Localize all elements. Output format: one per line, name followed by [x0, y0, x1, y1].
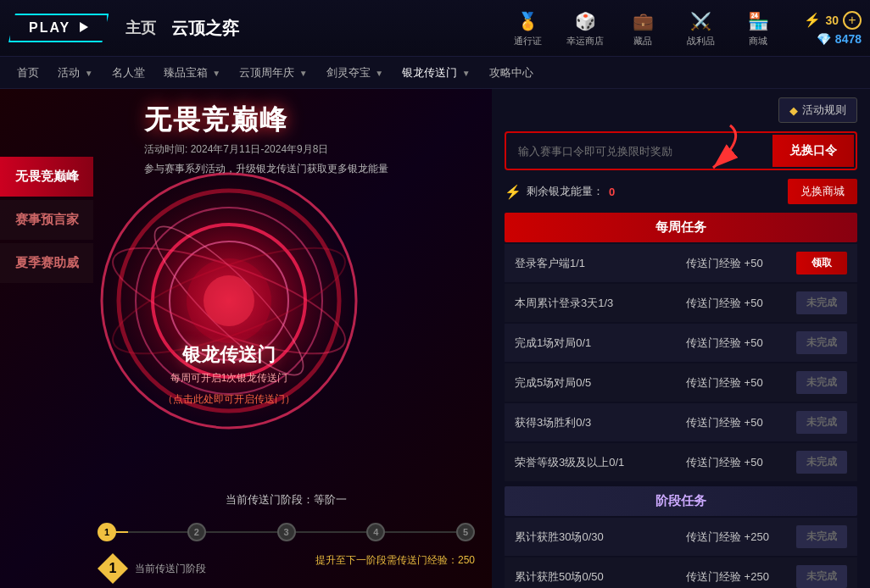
collection-label: 藏品 [633, 35, 652, 47]
portal-subtitle: 每周可开启1次银龙传送门 [163, 371, 295, 386]
lucky-shop-label: 幸运商店 [566, 35, 604, 47]
passport-icon: 🏅 [515, 9, 540, 33]
task-reward: 传送门经验 +50 [686, 415, 788, 430]
sec-nav-anniversary[interactable]: 云顶周年庆 ▼ [239, 65, 308, 80]
progress-dot-2[interactable]: 2 [187, 523, 206, 541]
subtitle-row: 活动时间: 2024年7月11日-2024年9月8日 [144, 142, 388, 157]
task-reward: 传送门经验 +250 [686, 530, 788, 545]
top-navigation: PLAY 主页 云顶之弈 🏅 通行证 🎲 幸运商店 💼 藏品 ⚔️ 战利品 🏪 … [0, 0, 870, 57]
desc-text: 参与赛事系列活动，升级银龙传送门获取更多银龙能量 [144, 162, 388, 176]
main-title: 无畏竞巅峰 [144, 102, 388, 139]
task-name: 荣誉等级3级及以上0/1 [515, 455, 678, 470]
weekly-task-row: 登录客户端1/1 传送门经验 +50 领取 [505, 244, 857, 282]
sec-nav-hall[interactable]: 名人堂 [112, 65, 145, 80]
portal-title: 银龙传送门 [163, 342, 295, 368]
nav-shop[interactable]: 🏪 商城 [738, 9, 778, 47]
task-name: 完成5场对局0/5 [515, 375, 678, 391]
secondary-navigation: 首页 活动 ▼ 名人堂 臻品宝箱 ▼ 云顶周年庆 ▼ 剑灵夺宝 ▼ 银龙传送门 … [0, 57, 870, 89]
nav-icons-area: 🏅 通行证 🎲 幸运商店 💼 藏品 ⚔️ 战利品 🏪 商城 ⚡ 30 + � [507, 9, 862, 47]
nav-home[interactable]: 主页 [125, 18, 156, 38]
sec-nav-guide[interactable]: 攻略中心 [489, 65, 533, 80]
task-reward: 传送门经验 +50 [686, 336, 788, 351]
stage-info: 1 当前传送门阶段 提升至下一阶段需传送门经验：250 [98, 553, 475, 584]
tab-summer[interactable]: 夏季赛助威 [0, 243, 93, 283]
weekly-task-row: 完成1场对局0/1 传送门经验 +50 未完成 [505, 324, 857, 362]
stage-task-row: 累计获胜30场0/30 传送门经验 +250 未完成 [505, 518, 857, 556]
shop-icon: 🏪 [745, 9, 771, 33]
progress-area: 1 2 3 4 5 [98, 523, 475, 541]
tab-prophet[interactable]: 赛事预言家 [0, 200, 93, 240]
portal-text: 银龙传送门 每周可开启1次银龙传送门 （点击此处即可开启传送门） [163, 342, 295, 407]
activity-rules-button[interactable]: ◆ 活动规则 [778, 97, 857, 123]
energy-label: 剩余银龙能量： [527, 184, 604, 199]
rules-diamond-icon: ◆ [789, 104, 798, 117]
sec-nav-sword[interactable]: 剑灵夺宝 ▼ [326, 65, 384, 80]
stage-task-row: 累计获胜50场0/50 传送门经验 +250 未完成 [505, 557, 857, 588]
task-claim-button[interactable]: 未完成 [796, 411, 847, 434]
task-reward: 传送门经验 +50 [686, 296, 788, 311]
task-claim-button[interactable]: 未完成 [796, 451, 847, 474]
sec-nav-events[interactable]: 活动 ▼ [58, 65, 93, 80]
portal-click-hint: （点击此处即可开启传送门） [163, 392, 295, 407]
task-reward: 传送门经验 +250 [686, 569, 788, 585]
energy-value: 0 [609, 186, 615, 198]
sec-nav-portal[interactable]: 银龙传送门 ▼ [402, 65, 471, 80]
task-name: 获得3场胜利0/3 [515, 415, 678, 430]
progress-dots-wrapper: 1 2 3 4 5 [98, 523, 475, 541]
task-claim-button[interactable]: 未完成 [796, 291, 847, 314]
task-name: 完成1场对局0/1 [515, 336, 678, 351]
task-name: 本周累计登录3天1/3 [515, 296, 678, 311]
play-arrow-icon [80, 22, 88, 32]
user-info: ⚡ 30 + 💎 8478 [804, 11, 862, 46]
events-arrow-icon: ▼ [85, 69, 93, 78]
weekly-tasks-container: 登录客户端1/1 传送门经验 +50 领取 本周累计登录3天1/3 传送门经验 … [505, 244, 857, 481]
nav-lucky-shop[interactable]: 🎲 幸运商店 [565, 9, 605, 47]
activity-time: 活动时间: 2024年7月11日-2024年9月8日 [144, 142, 328, 157]
nav-collection[interactable]: 💼 藏品 [622, 9, 663, 47]
title-area: 无畏竞巅峰 活动时间: 2024年7月11日-2024年9月8日 参与赛事系列活… [144, 102, 388, 176]
task-name: 登录客户端1/1 [515, 256, 678, 271]
stage-task-button[interactable]: 未完成 [796, 525, 847, 548]
nav-loot[interactable]: ⚔️ 战利品 [680, 9, 721, 47]
progress-dot-4[interactable]: 4 [366, 523, 385, 541]
nav-passport[interactable]: 🏅 通行证 [507, 9, 548, 47]
redeem-button[interactable]: 兑换口令 [772, 135, 854, 167]
activity-rules-label: 活动规则 [802, 103, 846, 118]
blue-currency-icon: 💎 [817, 32, 831, 46]
loot-icon: ⚔️ [688, 9, 713, 33]
task-claim-button[interactable]: 未完成 [796, 371, 847, 394]
redeem-input[interactable] [508, 136, 764, 166]
progress-dot-1[interactable]: 1 [98, 523, 116, 541]
left-panel: 无畏竞巅峰 赛事预言家 夏季赛助威 无畏竞巅峰 活动时间: 2024年7月11日… [0, 89, 492, 588]
svg-point-10 [204, 275, 254, 326]
progress-dot-3[interactable]: 3 [277, 523, 296, 541]
task-name: 累计获胜50场0/50 [515, 569, 678, 585]
stage-label: 当前传送门阶段：等阶一 [98, 492, 475, 508]
stage-tasks-container: 累计获胜30场0/30 传送门经验 +250 未完成 累计获胜50场0/50 传… [505, 518, 857, 588]
add-gold-button[interactable]: + [843, 11, 862, 30]
task-claim-button[interactable]: 领取 [796, 252, 847, 275]
portal-container[interactable]: 银龙传送门 每周可开启1次银龙传送门 （点击此处即可开启传送门） [68, 140, 390, 462]
exchange-shop-button[interactable]: 兑换商城 [788, 179, 857, 204]
task-reward: 传送门经验 +50 [686, 375, 788, 391]
upgrade-label: 提升至下一阶段需传送门经验：250 [315, 553, 475, 568]
progress-dot-5[interactable]: 5 [456, 523, 475, 541]
energy-icon: ⚡ [505, 184, 521, 200]
tab-unlimited-peak[interactable]: 无畏竞巅峰 [0, 157, 93, 197]
energy-left: ⚡ 剩余银龙能量： 0 [505, 184, 615, 200]
task-claim-button[interactable]: 未完成 [796, 331, 847, 354]
sec-nav-home[interactable]: 首页 [17, 65, 39, 80]
right-panel: ◆ 活动规则 兑换口令 ⚡ 剩余银龙能量： 0 兑换商城 [492, 89, 870, 588]
task-reward: 传送门经验 +50 [686, 455, 788, 470]
play-label: PLAY [29, 20, 70, 35]
play-button[interactable]: PLAY [8, 14, 109, 42]
sword-arrow-icon: ▼ [375, 69, 383, 78]
weekly-task-row: 本周累计登录3天1/3 传送门经验 +50 未完成 [505, 284, 857, 322]
sec-nav-treasure[interactable]: 臻品宝箱 ▼ [164, 65, 221, 80]
lucky-shop-icon: 🎲 [572, 9, 598, 33]
nav-tft[interactable]: 云顶之弈 [171, 17, 239, 40]
gold-amount: 30 [825, 14, 839, 27]
weekly-task-header: 每周任务 [505, 213, 857, 242]
collection-icon: 💼 [630, 9, 655, 33]
stage-task-button[interactable]: 未完成 [796, 565, 847, 588]
